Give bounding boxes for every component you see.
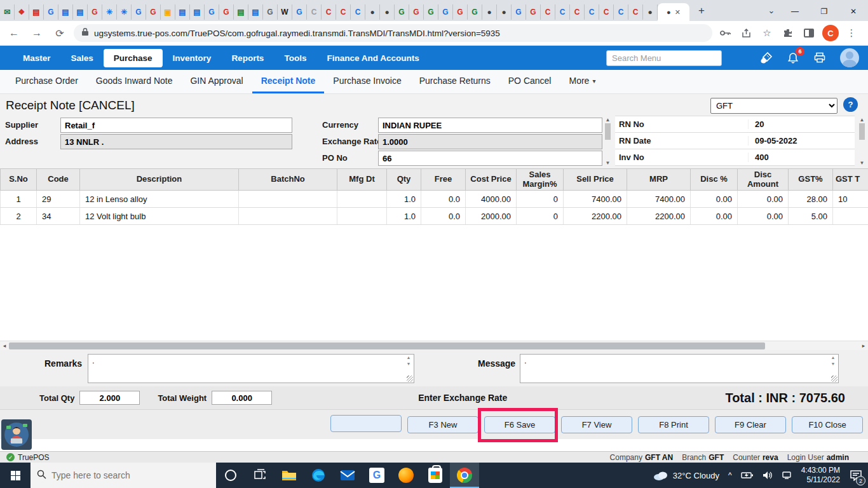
message-spinner[interactable]: ▲▼ (829, 355, 837, 366)
nav-item-sales[interactable]: Sales (61, 49, 104, 67)
window-close-button[interactable]: ✕ (839, 2, 868, 21)
table-cell[interactable]: 0.00 (691, 208, 738, 225)
table-cell[interactable]: 10 (833, 191, 868, 208)
column-header-batchno[interactable]: BatchNo (239, 169, 337, 191)
table-cell[interactable]: 7400.00 (564, 191, 627, 208)
battery-icon[interactable] (738, 463, 757, 488)
browser-tab[interactable]: ❖ (15, 4, 29, 20)
browser-tab[interactable]: ● (380, 4, 395, 20)
table-cell[interactable]: 2200.00 (627, 208, 691, 225)
total-weight-input[interactable] (212, 391, 272, 405)
table-row[interactable]: 12912 in Lenso alloy1.00.04000.0007400.0… (1, 191, 868, 208)
mail-icon[interactable] (333, 463, 362, 488)
help-button[interactable]: ? (843, 97, 858, 112)
browser-tab[interactable]: G (526, 4, 541, 20)
browser-tab[interactable]: ✳ (102, 4, 117, 20)
horizontal-scroll-thumb[interactable] (9, 342, 765, 349)
table-cell[interactable]: 12 in Lenso alloy (80, 191, 239, 208)
extensions-puzzle-icon[interactable] (780, 25, 796, 41)
browser-tab[interactable]: W (278, 4, 292, 20)
column-header-description[interactable]: Description (80, 169, 239, 191)
table-cell[interactable]: 0.00 (738, 208, 789, 225)
message-textarea[interactable]: . (520, 354, 839, 383)
table-cell[interactable]: 5.00 (789, 208, 833, 225)
browser-tab[interactable]: C (599, 4, 614, 20)
column-header-free[interactable]: Free (421, 169, 466, 191)
table-cell[interactable]: 28.00 (789, 191, 833, 208)
browser-tab[interactable]: G (219, 4, 234, 20)
browser-tab[interactable]: ● (365, 4, 380, 20)
browser-tab[interactable]: ▤ (175, 4, 190, 20)
browser-tab[interactable]: C (555, 4, 570, 20)
scroll-down-icon[interactable]: ▼ (606, 161, 611, 166)
browser-tab[interactable]: G (146, 4, 161, 20)
side-panel-icon[interactable] (801, 25, 817, 41)
scroll-up-icon[interactable]: ▲ (860, 118, 865, 123)
menu-search-input[interactable] (606, 50, 722, 66)
column-header-gst-t[interactable]: GST T (833, 169, 868, 191)
browser-tab[interactable]: C (614, 4, 628, 20)
browser-tab[interactable]: C (336, 4, 351, 20)
form-mini-scrollbar-left[interactable]: ▲ ▼ (604, 117, 612, 166)
browser-tab[interactable]: G (395, 4, 409, 20)
table-cell[interactable] (239, 191, 337, 208)
horizontal-scrollbar[interactable]: ◂ ▸ (0, 341, 868, 350)
browser-tab[interactable]: ▣ (161, 4, 175, 20)
browser-tab[interactable]: C (585, 4, 599, 20)
browser-tab[interactable]: C (541, 4, 555, 20)
browser-tab[interactable]: ▤ (58, 4, 73, 20)
back-button[interactable]: ← (5, 24, 23, 42)
f8-print-button[interactable]: F8 Print (638, 416, 709, 433)
browser-active-tab[interactable]: ● ✕ (658, 3, 689, 21)
microsoft-store-icon[interactable] (421, 463, 450, 488)
tray-expand-icon[interactable]: ^ (725, 463, 735, 488)
message-resize-grip[interactable] (831, 376, 837, 382)
browser-tab[interactable]: C (351, 4, 365, 20)
table-cell[interactable]: 1 (1, 191, 37, 208)
branch-select[interactable]: GFT (710, 98, 837, 114)
taskbar-clock[interactable]: 4:43:00 PM 5/11/2022 (797, 466, 844, 485)
subnav-item-po-cancel[interactable]: PO Cancel (499, 70, 560, 93)
table-cell[interactable]: 4000.00 (466, 191, 517, 208)
scroll-up-icon[interactable]: ▲ (606, 118, 611, 123)
theme-brush-icon[interactable] (760, 51, 773, 64)
forward-button[interactable]: → (28, 24, 46, 42)
table-cell[interactable]: 0 (517, 208, 564, 225)
nav-item-finance-and-accounts[interactable]: Finance And Accounts (316, 49, 429, 67)
po-no-input[interactable] (378, 151, 602, 166)
f10-close-button[interactable]: F10 Close (792, 416, 863, 433)
remarks-textarea[interactable]: . (88, 354, 414, 383)
browser-tab[interactable]: G (438, 4, 453, 20)
window-restore-button[interactable]: ❐ (810, 2, 839, 21)
nav-item-tools[interactable]: Tools (274, 49, 316, 67)
browser-tab[interactable]: ✳ (117, 4, 132, 20)
task-view-icon[interactable] (245, 463, 275, 488)
subnav-item-gin-approval[interactable]: GIN Approval (181, 70, 252, 93)
table-cell[interactable] (833, 208, 868, 225)
scroll-thumb[interactable] (859, 123, 865, 140)
browser-tab[interactable]: G (44, 4, 58, 20)
table-cell[interactable]: 0.00 (738, 191, 789, 208)
subnav-item-purchase-invoice[interactable]: Purchase Invoice (324, 70, 410, 93)
browser-tab[interactable]: ● (497, 4, 512, 20)
subnav-item-goods-inward-note[interactable]: Goods Inward Note (87, 70, 182, 93)
column-header-disc-amount[interactable]: Disc Amount (738, 169, 789, 191)
browser-tab[interactable]: G (409, 4, 424, 20)
scroll-left-icon[interactable]: ◂ (0, 342, 9, 349)
browser-tab[interactable]: ▤ (248, 4, 263, 20)
action-center-icon[interactable]: 2 (846, 463, 865, 488)
table-row[interactable]: 23412 Volt light bulb1.00.02000.0002200.… (1, 208, 868, 225)
table-cell[interactable]: 34 (37, 208, 80, 225)
network-tray-icon[interactable] (778, 463, 795, 488)
nav-item-reports[interactable]: Reports (221, 49, 274, 67)
column-header-code[interactable]: Code (37, 169, 80, 191)
password-key-icon[interactable] (717, 25, 733, 41)
taskbar-search[interactable] (31, 463, 216, 488)
remarks-spinner[interactable]: ▲▼ (405, 355, 412, 366)
start-button[interactable] (0, 463, 31, 488)
table-cell[interactable]: 2000.00 (466, 208, 517, 225)
volume-icon[interactable] (759, 463, 776, 488)
supplier-input[interactable] (60, 118, 292, 133)
subnav-item-more[interactable]: More▾ (560, 70, 604, 93)
table-cell[interactable] (239, 208, 337, 225)
